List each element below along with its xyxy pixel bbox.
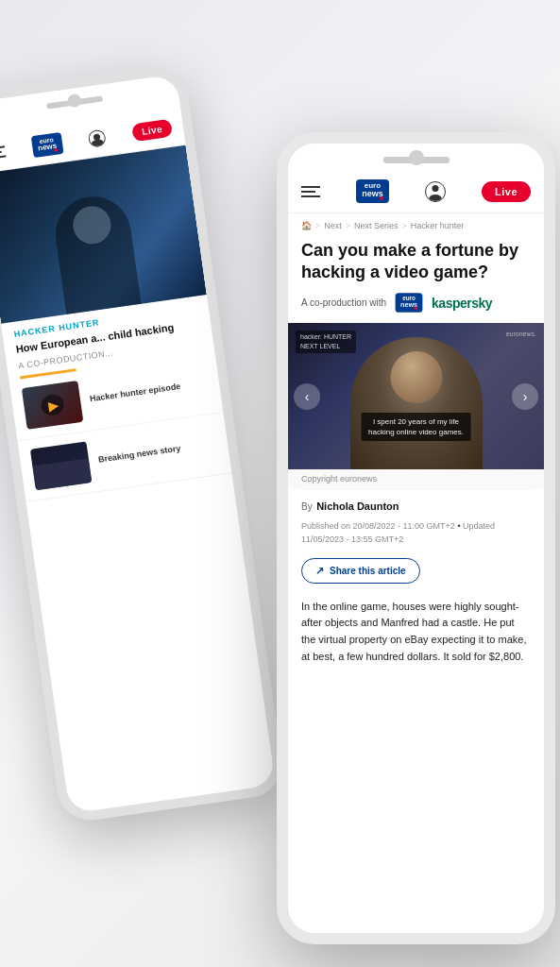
video-player[interactable]: hacker: HUNTER NEXT LEVEL euronews. I sp…: [288, 323, 544, 469]
publish-dates: Published on 20/08/2022 - 11:00 GMT+2 • …: [288, 517, 544, 554]
breadcrumb-next-series[interactable]: Next Series: [354, 221, 399, 230]
share-button[interactable]: ↗ Share this article: [301, 558, 420, 584]
user-icon[interactable]: [88, 128, 107, 147]
co-prod-euronews-logo: euro news: [396, 293, 423, 313]
breadcrumb-sep-3: >: [402, 221, 407, 230]
share-label: Share this article: [330, 566, 406, 576]
front-live-button[interactable]: Live: [482, 181, 531, 202]
author-name: Nichola Daunton: [316, 500, 399, 512]
live-button[interactable]: Live: [131, 119, 173, 143]
front-hamburger-icon[interactable]: [301, 186, 320, 197]
front-euronews-logo: euro news: [356, 179, 389, 203]
front-phone: euro news Live 🏠 > Next > Next Series > …: [277, 132, 555, 944]
breadcrumb-sep-2: >: [346, 221, 350, 230]
video-subtitle: I spent 20 years of my life hacking onli…: [361, 413, 471, 441]
hero-figure: [51, 192, 142, 314]
thumb-image-2[interactable]: [30, 442, 93, 491]
thumb-title-2: Breaking news story: [97, 444, 181, 467]
hamburger-icon[interactable]: [0, 145, 6, 159]
co-prod-row: A co-production with euro news kaspersky: [288, 292, 544, 323]
breadcrumb-sep-1: >: [315, 221, 320, 230]
back-hero-image: [0, 145, 207, 324]
co-prod-label: A co-production with: [301, 297, 386, 308]
author-section: By Nichola Daunton: [288, 489, 544, 517]
thumb-title-1: Hacker hunter episode: [89, 382, 181, 405]
euronews-logo: euro news: [30, 132, 63, 158]
video-next-button[interactable]: ›: [512, 383, 538, 410]
image-caption: Copyright euronews: [288, 469, 544, 488]
front-header: euro news Live: [288, 144, 544, 213]
breadcrumb-next[interactable]: Next: [324, 221, 342, 230]
front-user-icon[interactable]: [425, 181, 446, 202]
kaspersky-logo: kaspersky: [432, 296, 492, 311]
video-watermark: euronews.: [506, 331, 536, 337]
video-prev-button[interactable]: ‹: [294, 383, 320, 410]
back-phone: euro news Live HACKER HUNTER How Europea…: [0, 63, 286, 824]
breadcrumb: 🏠 > Next > Next Series > Hacker hunter: [288, 213, 544, 236]
author-by-label: By: [301, 501, 313, 512]
video-person-figure: [350, 337, 483, 469]
article-body: In the online game, houses were highly s…: [288, 593, 544, 684]
bullet-separator: •: [457, 521, 460, 531]
article-title: Can you make a fortune by hacking a vide…: [288, 236, 544, 292]
thumb-image-1[interactable]: [22, 381, 84, 430]
home-icon[interactable]: 🏠: [301, 221, 312, 230]
video-badge: hacker: HUNTER NEXT LEVEL: [296, 331, 356, 353]
published-label: Published on 20/08/2022 - 11:00 GMT+2: [301, 521, 455, 531]
share-icon: ↗: [315, 565, 324, 577]
breadcrumb-hacker-hunter: Hacker hunter: [411, 221, 465, 230]
